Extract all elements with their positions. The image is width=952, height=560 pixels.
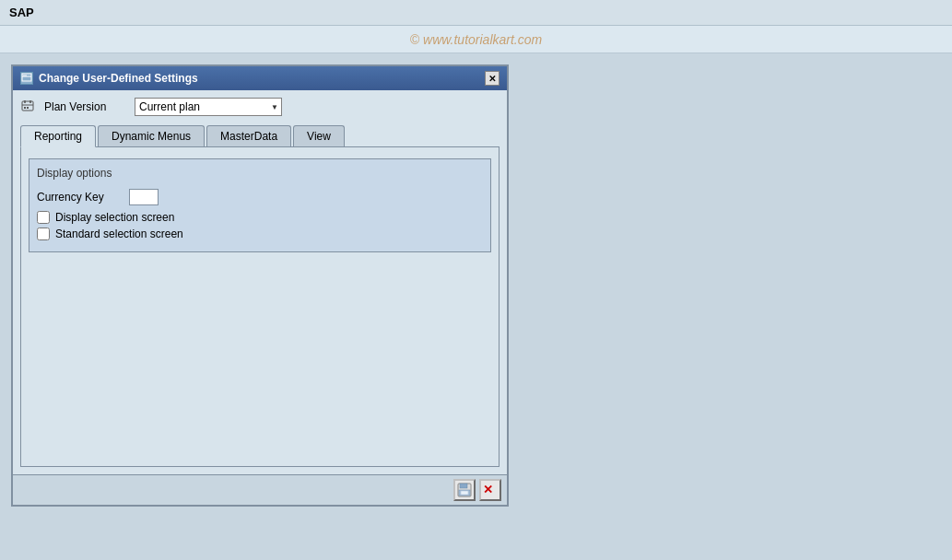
currency-key-input[interactable] (129, 189, 159, 205)
plan-version-row: Plan Version Current plan Version 1 Vers… (20, 98, 500, 116)
display-options-title: Display options (37, 167, 483, 180)
close-icon: ✕ (488, 74, 496, 84)
watermark-bar: © www.tutorialkart.com (0, 26, 952, 53)
display-selection-screen-checkbox[interactable] (37, 211, 50, 224)
watermark-text: © www.tutorialkart.com (410, 32, 542, 47)
svg-rect-4 (22, 101, 33, 111)
standard-selection-screen-row: Standard selection screen (37, 228, 483, 240)
currency-key-label: Currency Key (37, 191, 129, 204)
select-wrapper: Current plan Version 1 Version 2 ▼ (135, 98, 282, 116)
tab-content-reporting: Display options Currency Key Display sel… (20, 146, 500, 467)
dialog-window: Change User-Defined Settings ✕ (11, 64, 509, 507)
dialog-close-button[interactable]: ✕ (485, 71, 500, 86)
plan-version-select[interactable]: Current plan Version 1 Version 2 (135, 98, 282, 116)
tab-dynamic-menus[interactable]: Dynamic Menus (98, 125, 205, 146)
svg-rect-9 (27, 107, 29, 109)
plan-version-icon (20, 99, 37, 115)
dialog-title-left: Change User-Defined Settings (20, 72, 198, 85)
tab-view[interactable]: View (293, 125, 345, 146)
currency-key-row: Currency Key (37, 189, 483, 205)
dialog-icon (20, 72, 33, 85)
dialog-bottom-toolbar: ✕ (13, 474, 507, 505)
standard-selection-screen-checkbox[interactable] (37, 228, 50, 240)
display-selection-screen-label: Display selection screen (55, 211, 174, 224)
svg-rect-8 (24, 107, 26, 109)
tabs-container: Reporting Dynamic Menus MasterData View (20, 125, 500, 146)
dialog-title-text: Change User-Defined Settings (39, 72, 198, 85)
svg-rect-11 (460, 484, 467, 488)
dialog-titlebar: Change User-Defined Settings ✕ (13, 66, 507, 90)
tab-masterdata[interactable]: MasterData (206, 125, 291, 146)
plan-version-label: Plan Version (44, 100, 127, 113)
cancel-icon: ✕ (483, 483, 498, 497)
main-area: Change User-Defined Settings ✕ (0, 53, 952, 560)
save-icon (457, 483, 472, 497)
cancel-button[interactable]: ✕ (479, 479, 501, 501)
app-title: SAP (9, 6, 34, 19)
svg-rect-13 (461, 491, 468, 495)
dialog-content: Plan Version Current plan Version 1 Vers… (13, 90, 507, 474)
top-bar: SAP (0, 0, 952, 26)
display-selection-screen-row: Display selection screen (37, 211, 483, 224)
save-button[interactable] (453, 479, 476, 501)
tab-reporting[interactable]: Reporting (20, 125, 96, 147)
standard-selection-screen-label: Standard selection screen (55, 228, 183, 240)
display-options-box: Display options Currency Key Display sel… (29, 158, 491, 252)
